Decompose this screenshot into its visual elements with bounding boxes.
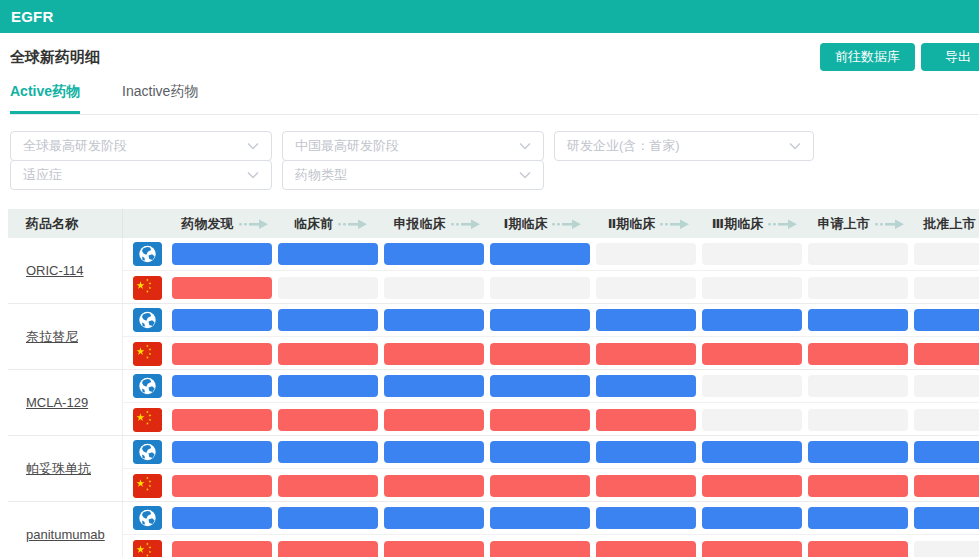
drug-name-link[interactable]: ORIC-114 — [26, 263, 84, 278]
global-stage-segment-4-filled — [490, 309, 590, 331]
export-button[interactable]: 导出 — [921, 43, 979, 71]
global-stage-segment-5-empty — [596, 243, 696, 265]
global-stage-select[interactable]: 全球最高研发阶段 — [10, 131, 272, 161]
globe-icon — [133, 374, 162, 398]
china-stage-segment-4-filled — [490, 343, 590, 365]
stage-header-1: 药物发现 — [172, 209, 278, 238]
stage-header-3: 申报临床 — [384, 209, 490, 238]
stage-header-5: Ⅱ期临床 — [596, 209, 702, 238]
china-stage-segment-8-empty — [914, 277, 979, 299]
china-flag-icon — [133, 342, 162, 366]
china-stage-bars — [172, 541, 979, 557]
china-stage-segment-2-empty — [278, 277, 378, 299]
drug-name-link[interactable]: panitumumab — [26, 527, 105, 542]
stage-header-label: 申请上市 — [818, 215, 870, 233]
china-stage-segment-1-filled — [172, 277, 272, 299]
globe-icon — [133, 506, 162, 530]
stage-header-label: 批准上市 — [924, 215, 976, 233]
stage-arrow-icon — [552, 219, 582, 229]
stage-header-4: Ⅰ期临床 — [490, 209, 596, 238]
drug-name-link[interactable]: MCLA-129 — [26, 395, 88, 410]
stage-header-6: Ⅲ期临床 — [702, 209, 808, 238]
global-stage-segment-4-filled — [490, 441, 590, 463]
china-pipeline-row — [123, 337, 979, 369]
drug-type-placeholder: 药物类型 — [295, 166, 347, 184]
global-stage-segment-7-filled — [808, 309, 908, 331]
drug-type-select[interactable]: 药物类型 — [282, 160, 544, 190]
global-stage-placeholder: 全球最高研发阶段 — [23, 137, 127, 155]
global-pipeline-row — [123, 436, 979, 469]
global-stage-segment-8-filled — [914, 507, 979, 529]
stage-header-label: 申报临床 — [394, 215, 446, 233]
china-stage-segment-2-filled — [278, 343, 378, 365]
china-stage-segment-2-filled — [278, 475, 378, 497]
china-pipeline-row — [123, 403, 979, 435]
chevron-down-icon — [247, 142, 259, 150]
pipeline-table: 药品名称 药物发现临床前申报临床Ⅰ期临床Ⅱ期临床Ⅲ期临床申请上市批准上市 ORI… — [8, 209, 979, 557]
china-pipeline-row — [123, 535, 979, 557]
indication-placeholder: 适应症 — [23, 166, 62, 184]
china-pipeline-row — [123, 271, 979, 303]
table-row: 奈拉替尼 — [8, 304, 979, 370]
china-stage-segment-4-filled — [490, 409, 590, 431]
page-title: EGFR — [11, 8, 53, 25]
table-row: MCLA-129 — [8, 370, 979, 436]
stage-header-label: Ⅱ期临床 — [608, 215, 656, 233]
china-stage-segment-8-empty — [914, 409, 979, 431]
china-stage-bars — [172, 409, 979, 431]
china-stage-placeholder: 中国最高研发阶段 — [295, 137, 399, 155]
stage-header-label: 药物发现 — [182, 215, 234, 233]
global-stage-segment-4-filled — [490, 507, 590, 529]
china-flag-icon — [133, 408, 162, 432]
global-stage-segment-3-filled — [384, 507, 484, 529]
globe-icon — [133, 308, 162, 332]
china-stage-segment-3-empty — [384, 277, 484, 299]
global-stage-segment-6-filled — [702, 309, 802, 331]
stage-header-label: Ⅲ期临床 — [712, 215, 763, 233]
china-stage-bars — [172, 277, 979, 299]
global-stage-segment-3-filled — [384, 243, 484, 265]
stage-bars-area — [123, 436, 979, 501]
global-stage-segment-5-filled — [596, 309, 696, 331]
drug-name-link[interactable]: 帕妥珠单抗 — [26, 460, 91, 478]
tab-active-drugs[interactable]: Active药物 — [10, 83, 80, 114]
china-stage-segment-7-filled — [808, 475, 908, 497]
global-stage-segment-8-filled — [914, 309, 979, 331]
stage-arrow-icon — [239, 219, 269, 229]
global-stage-segment-1-filled — [172, 441, 272, 463]
china-stage-segment-5-filled — [596, 475, 696, 497]
table-row: ORIC-114 — [8, 238, 979, 304]
china-stage-segment-6-empty — [702, 277, 802, 299]
stage-header-label: 临床前 — [294, 215, 333, 233]
china-stage-segment-8-filled — [914, 475, 979, 497]
action-buttons: 前往数据库 导出 — [820, 43, 979, 71]
global-stage-segment-1-filled — [172, 243, 272, 265]
stage-arrow-icon — [660, 219, 690, 229]
china-stage-segment-5-filled — [596, 409, 696, 431]
china-stage-select[interactable]: 中国最高研发阶段 — [282, 131, 544, 161]
drug-name-cell: ORIC-114 — [8, 238, 123, 303]
stage-bars-area — [123, 238, 979, 303]
company-select[interactable]: 研发企业(含：首家) — [554, 131, 814, 161]
china-stage-segment-5-filled — [596, 343, 696, 365]
drug-status-tabs: Active药物 Inactive药物 — [10, 83, 979, 115]
stage-header-8: 批准上市 — [914, 209, 979, 238]
stage-arrow-icon — [451, 219, 481, 229]
global-stage-segment-7-empty — [808, 375, 908, 397]
global-stage-segment-8-empty — [914, 375, 979, 397]
drug-name-link[interactable]: 奈拉替尼 — [26, 328, 78, 346]
global-stage-segment-8-empty — [914, 243, 979, 265]
chevron-down-icon — [789, 142, 801, 150]
global-stage-segment-3-filled — [384, 375, 484, 397]
drug-name-cell: MCLA-129 — [8, 370, 123, 435]
china-stage-segment-5-empty — [596, 277, 696, 299]
go-to-database-button[interactable]: 前往数据库 — [820, 43, 915, 71]
global-stage-segment-7-filled — [808, 507, 908, 529]
tab-inactive-drugs[interactable]: Inactive药物 — [122, 83, 198, 114]
indication-select[interactable]: 适应症 — [10, 160, 272, 190]
pipeline-table-header: 药品名称 药物发现临床前申报临床Ⅰ期临床Ⅱ期临床Ⅲ期临床申请上市批准上市 — [8, 209, 979, 238]
table-row: 帕妥珠单抗 — [8, 436, 979, 502]
stage-arrow-icon — [338, 219, 368, 229]
china-pipeline-row — [123, 469, 979, 501]
global-stage-segment-1-filled — [172, 309, 272, 331]
